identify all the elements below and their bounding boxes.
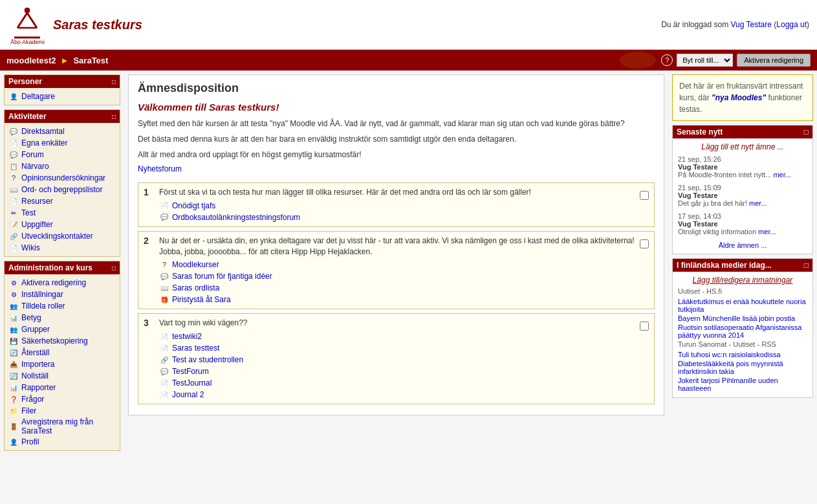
sidebar-item-aterstall[interactable]: 🔄 Återställ — [8, 347, 116, 358]
journal2-icon: 📄 — [159, 389, 169, 400]
section-1-content: Först ut ska vi ta och testa hur man läg… — [159, 187, 635, 223]
sidebar-item-narvaro[interactable]: 📋 Närvaro — [8, 160, 116, 172]
news-entry-2: 17 sep, 14:03 Vug Testare Otroligt vikti… — [678, 212, 807, 236]
user-link[interactable]: Vug Testare — [731, 20, 772, 29]
sidebar-item-sakerhetskopiering[interactable]: 💾 Säkerhetskopiering — [8, 335, 116, 347]
section-3-items: 📄 testwiki2 📄 Saras testtest 🔗 Test av s… — [159, 331, 635, 400]
media-collapse-icon[interactable]: □ — [804, 261, 809, 270]
sidebar-item-grupper[interactable]: 👥 Grupper — [8, 323, 116, 335]
section-3-item-4[interactable]: 📄 TestJournal — [159, 378, 635, 388]
sidebar-item-forum[interactable]: 💬 Forum — [8, 149, 116, 160]
files-icon: 📁 — [8, 406, 19, 416]
section-1-checkbox[interactable] — [640, 191, 649, 200]
welcome-section: Välkommen till Saras testkurs! Syftet me… — [138, 102, 655, 173]
section-1-item-1[interactable]: 💬 Ordboksautolänkningstestningsforum — [159, 212, 635, 223]
sidebar-item-deltagare[interactable]: 👤 Deltagare — [8, 91, 116, 102]
sidebar-item-betyg[interactable]: 📊 Betyg — [8, 312, 116, 323]
media-item-6[interactable]: Diabeteslääkkeitä pois myynnistä infarkt… — [678, 360, 807, 375]
sidebar-item-resurser[interactable]: 📄 Resurser — [8, 195, 116, 207]
profile-icon: 👤 — [8, 437, 19, 447]
section-3-item-3[interactable]: 💬 TestForum — [159, 366, 635, 377]
help-button[interactable]: ? — [661, 54, 673, 66]
section-3-content: Vart tog min wiki vägen?? 📄 testwiki2 📄 … — [159, 318, 635, 400]
media-item-5[interactable]: Tuli tuhosi wc:n raisiolaiskodissa — [678, 351, 807, 358]
welcome-para-1: Syftet med den här kursen är att testa "… — [138, 118, 655, 129]
info-highlight: "nya Moodles" — [712, 93, 766, 102]
breadcrumb-home[interactable]: moodletest2 — [6, 56, 56, 65]
section-1-item-0[interactable]: 📄 Onödigt tjafs — [159, 201, 635, 211]
section-2-item-3[interactable]: 🎁 Piristystä åt Sara — [159, 294, 635, 305]
sidebar-item-importera[interactable]: 📥 Importera — [8, 358, 116, 370]
admin-collapse-icon[interactable]: □ — [112, 265, 116, 272]
news-add-link[interactable]: Lägg till ett nytt ämne ... — [678, 142, 807, 151]
section-3-item-2[interactable]: 🔗 Test av studentrollen — [159, 355, 635, 365]
section-3-item-5[interactable]: 📄 Journal 2 — [159, 389, 635, 400]
sidebar-item-enkater[interactable]: 📄 Egna enkäter — [8, 137, 116, 149]
sidebar-item-wikis[interactable]: 📄 Wikis — [8, 242, 116, 254]
logo: Åbo Akademi — [8, 5, 47, 44]
media-item-7[interactable]: Jokerit tarjosi Pihlmanille uuden haaste… — [678, 377, 807, 392]
section-3-item-0[interactable]: 📄 testwiki2 — [159, 331, 635, 342]
media-item-2[interactable]: Bayern Münchenille lisää jobin postia — [678, 314, 807, 322]
section-2-checkbox[interactable] — [640, 239, 649, 248]
settings-icon: ⚙ — [8, 289, 19, 300]
poll-icon: ? — [8, 173, 19, 183]
activate-editing-button[interactable]: Aktivera redigering — [737, 54, 811, 67]
sidebar-item-profil[interactable]: 👤 Profil — [8, 436, 116, 448]
reset-icon: 🔄 — [8, 371, 19, 381]
section-3-checkbox[interactable] — [640, 322, 649, 331]
nyhetsforum-link[interactable]: Nyhetsforum — [138, 164, 182, 173]
groups-icon: 👥 — [8, 324, 19, 334]
file-icon: 📄 — [159, 201, 169, 211]
sidebar-item-filer[interactable]: 📁 Filer — [8, 405, 116, 417]
main-layout: Personer □ 👤 Deltagare Aktiviteter □ 💬 D… — [0, 71, 817, 455]
section-2-inner: 2 Nu är det er - ursäkta din, en ynka de… — [138, 232, 654, 309]
activities-collapse-icon[interactable]: □ — [112, 113, 116, 120]
sidebar-item-opinionsundersokningar[interactable]: ? Opinionsundersökningar — [8, 172, 116, 184]
sidebar-item-tilldela-roller[interactable]: 👥 Tilldela roller — [8, 300, 116, 312]
sidebar-item-uppgifter[interactable]: 📝 Uppgifter — [8, 219, 116, 230]
reports-icon: 📊 — [8, 382, 19, 393]
section-2-item-0[interactable]: ? Moodlekurser — [159, 259, 635, 270]
sidebar-item-test[interactable]: ✏ Test — [8, 207, 116, 219]
sidebar-item-installningar[interactable]: ⚙ Inställningar — [8, 289, 116, 300]
media-add-link[interactable]: Lägg till/redigera inmatningar — [678, 276, 807, 285]
section-3: 3 Vart tog min wiki vägen?? 📄 testwiki2 … — [138, 313, 655, 404]
logout-link[interactable]: Logga ut — [776, 20, 807, 29]
section-2-content: Nu är det er - ursäkta din, en ynka delt… — [159, 236, 635, 305]
role-selector[interactable]: Byt roll till... — [677, 54, 733, 67]
attendance-icon: 📋 — [8, 161, 19, 171]
section-2: 2 Nu är det er - ursäkta din, en ynka de… — [138, 231, 655, 310]
section-3-item-1[interactable]: 📄 Saras testtest — [159, 343, 635, 353]
sidebar-item-aktivera[interactable]: ⚙ Aktivera redigering — [8, 277, 116, 289]
sidebar-item-ordlistor[interactable]: 📖 Ord- och begreppslistor — [8, 184, 116, 195]
sidebar-item-direktsamtal[interactable]: 💬 Direktsamtal — [8, 126, 116, 137]
sidebar-item-rapporter[interactable]: 📊 Rapporter — [8, 382, 116, 393]
section-1-items: 📄 Onödigt tjafs 💬 Ordboksautolänkningste… — [159, 201, 635, 223]
section-1-number: 1 — [144, 187, 154, 197]
sidebar-item-fragor[interactable]: ❓ Frågor — [8, 393, 116, 405]
section-1-inner: 1 Först ut ska vi ta och testa hur man l… — [138, 183, 654, 226]
section-2-items: ? Moodlekurser 💬 Saras forum för fjantig… — [159, 259, 635, 305]
persons-collapse-icon[interactable]: □ — [112, 78, 116, 85]
svg-point-0 — [25, 8, 30, 13]
sidebar-item-avregistrera[interactable]: 🚪 Avregistrera mig från SaraTest — [8, 417, 116, 436]
content-box: Ämnesdisposition Välkommen till Saras te… — [128, 74, 664, 415]
link-icon: 🔗 — [159, 355, 169, 365]
admin-content: ⚙ Aktivera redigering ⚙ Inställningar 👥 … — [5, 274, 120, 450]
main-content: Ämnesdisposition Välkommen till Saras te… — [124, 71, 668, 455]
breadcrumb-course[interactable]: SaraTest — [73, 56, 108, 65]
media-item-3[interactable]: Ruotsin sotilasoperaatio Afganistanissa … — [678, 323, 807, 339]
media-item-1[interactable]: Lääketutkimus ei enää houkuttele nuoria … — [678, 298, 807, 313]
glossary2-icon: 📖 — [159, 283, 169, 293]
header: Åbo Akademi Saras testkurs Du är inlogga… — [0, 0, 817, 50]
glossary-icon: 📖 — [8, 184, 19, 195]
sidebar-item-utvecklingskontakter[interactable]: 🔗 Utvecklingskontakter — [8, 230, 116, 242]
contact-icon: 🔗 — [8, 231, 19, 241]
section-2-item-2[interactable]: 📖 Saras ordlista — [159, 283, 635, 293]
older-news-link[interactable]: Äldre ämnen ... — [719, 241, 767, 249]
sidebar-item-nollstall[interactable]: 🔄 Nollställ — [8, 370, 116, 382]
activities-header: Aktiviteter □ — [5, 110, 120, 123]
section-2-item-1[interactable]: 💬 Saras forum för fjantiga idéer — [159, 271, 635, 281]
news-collapse-icon[interactable]: □ — [804, 127, 809, 137]
